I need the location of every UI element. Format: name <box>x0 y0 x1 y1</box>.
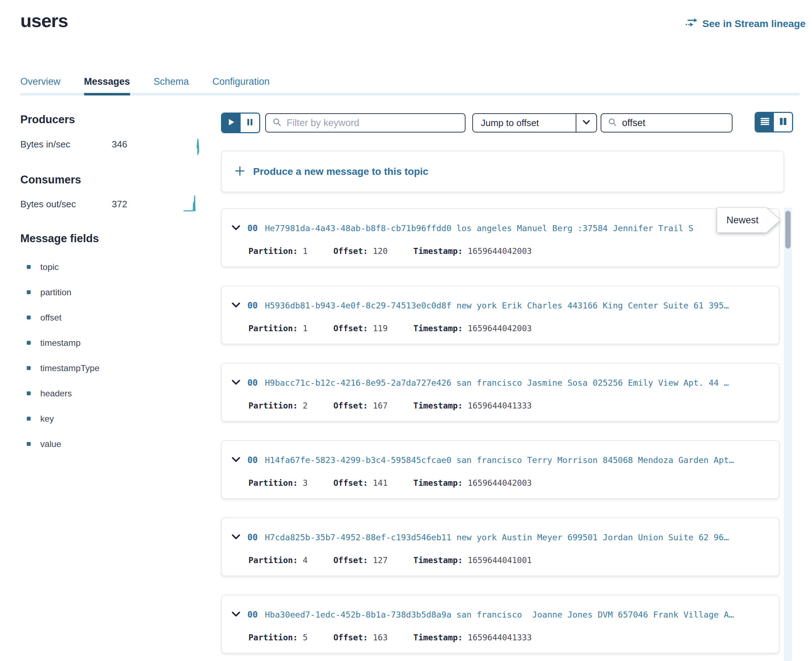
expand-chevron-icon[interactable] <box>232 534 240 541</box>
offset-value: 119 <box>373 324 388 333</box>
field-label: offset <box>40 313 61 323</box>
partition-value: 2 <box>303 401 308 410</box>
timestamp-label: Timestamp: <box>413 246 463 256</box>
play-icon <box>228 118 235 128</box>
message-fields-heading: Message fields <box>20 232 99 245</box>
filter-keyword-input[interactable] <box>287 118 458 129</box>
field-label: topic <box>40 262 59 272</box>
expand-chevron-icon[interactable] <box>232 225 240 232</box>
field-item-partition: partition <box>27 288 99 297</box>
jump-to-offset-select[interactable]: Jump to offset <box>472 113 597 133</box>
bullet-icon <box>27 316 30 319</box>
message-preview: H14fa67fe-5823-4299-b3c4-595845cfcae0 sa… <box>265 455 734 465</box>
message-preview: H7cda825b-35b7-4952-88ef-c193d546eb11 ne… <box>265 532 729 543</box>
message-list: 00 He77981da-4a43-48ab-b8f8-cb71b96ffdd0… <box>221 208 780 661</box>
partition-value: 1 <box>303 324 308 333</box>
topic-messages-page: users See in Stream lineage Overview Mes… <box>0 0 812 661</box>
field-item-topic: topic <box>27 262 99 271</box>
offset-search-field <box>601 113 732 133</box>
message-row[interactable]: 00 H9bacc71c-b12c-4216-8e95-2a7da727e426… <box>221 363 780 422</box>
message-meta: Partition: 1 Offset: 120 Timestamp: 1659… <box>248 246 557 256</box>
offset-label: Offset: <box>333 246 368 256</box>
offset-pair: Offset: 120 <box>333 246 388 256</box>
expand-chevron-icon[interactable] <box>232 612 240 618</box>
timestamp-label: Timestamp: <box>413 401 463 410</box>
message-main-line: 00 H5936db81-b943-4e0f-8c29-74513e0c0d8f… <box>232 300 776 311</box>
partition-pair: Partition: 4 <box>248 556 308 565</box>
expand-chevron-icon[interactable] <box>232 457 240 464</box>
message-main-line: 00 Hba30eed7-1edc-452b-8b1a-738d3b5d8a9a… <box>232 610 776 620</box>
timestamp-value: 1659644041333 <box>468 401 532 410</box>
partition-value: 3 <box>303 478 308 487</box>
search-icon <box>608 118 617 128</box>
see-in-stream-lineage-link[interactable]: See in Stream lineage <box>685 17 806 30</box>
timestamp-pair: Timestamp: 1659644042003 <box>413 324 532 333</box>
partition-pair: Partition: 1 <box>248 324 308 333</box>
message-row[interactable]: 00 H7cda825b-35b7-4952-88ef-c193d546eb11… <box>221 517 780 576</box>
produce-message-button[interactable]: Produce a new message to this topic <box>221 151 784 192</box>
pause-button[interactable] <box>240 113 259 132</box>
tab-schema[interactable]: Schema <box>154 75 189 96</box>
partition-label: Partition: <box>248 556 298 565</box>
scrollbar-thumb[interactable] <box>785 211 791 249</box>
field-label: timestampType <box>40 363 99 373</box>
bullet-icon <box>27 417 30 421</box>
newest-tooltip: Newest <box>717 208 780 233</box>
filter-keyword-field <box>265 113 466 133</box>
partition-label: Partition: <box>248 324 298 333</box>
tab-overview[interactable]: Overview <box>20 75 61 96</box>
tab-messages[interactable]: Messages <box>84 75 130 96</box>
message-row[interactable]: 00 He77981da-4a43-48ab-b8f8-cb71b96ffdd0… <box>221 208 780 267</box>
bytes-out-sparkline <box>183 193 202 214</box>
key-zeros-icon: 00 <box>247 223 258 233</box>
key-zeros-icon: 00 <box>247 455 258 465</box>
key-zeros-icon: 00 <box>247 610 258 620</box>
expand-chevron-icon[interactable] <box>232 380 240 386</box>
partition-label: Partition: <box>248 478 298 487</box>
message-preview: He77981da-4a43-48ab-b8f8-cb71b96ffdd0 lo… <box>265 223 693 233</box>
scrollbar-track[interactable] <box>784 208 792 661</box>
message-meta: Partition: 5 Offset: 163 Timestamp: 1659… <box>248 633 557 642</box>
partition-label: Partition: <box>248 633 298 642</box>
bytes-in-value: 346 <box>112 139 127 150</box>
columns-view-button[interactable] <box>774 113 792 131</box>
jump-to-offset-value: Jump to offset <box>473 114 576 132</box>
tab-configuration[interactable]: Configuration <box>213 75 270 96</box>
bytes-out-label: Bytes out/sec <box>20 199 76 210</box>
bullet-icon <box>27 391 30 395</box>
field-label: timestamp <box>40 338 80 348</box>
message-main-line: 00 H9bacc71c-b12c-4216-8e95-2a7da727e426… <box>232 378 776 388</box>
see-in-stream-lineage-label: See in Stream lineage <box>703 18 806 30</box>
pause-icon <box>247 118 253 128</box>
message-preview: H5936db81-b943-4e0f-8c29-74513e0c0d8f ne… <box>265 300 729 311</box>
offset-pair: Offset: 127 <box>333 556 388 565</box>
timestamp-pair: Timestamp: 1659644041001 <box>413 556 532 565</box>
newest-tooltip-label: Newest <box>717 208 780 233</box>
message-meta: Partition: 3 Offset: 141 Timestamp: 1659… <box>248 478 557 487</box>
play-button[interactable] <box>222 113 240 132</box>
message-row[interactable]: 00 H14fa67fe-5823-4299-b3c4-595845cfcae0… <box>221 440 780 499</box>
offset-value: 141 <box>373 478 388 487</box>
list-view-button[interactable] <box>756 113 774 131</box>
bytes-out-value: 372 <box>112 199 127 210</box>
message-preview: H9bacc71c-b12c-4216-8e95-2a7da727e426 sa… <box>265 378 729 388</box>
select-chevron-button[interactable] <box>576 114 596 132</box>
offset-value: 127 <box>373 556 388 565</box>
field-item-offset: offset <box>27 313 99 322</box>
consumers-metric-row: Bytes out/sec 372 <box>20 199 127 210</box>
offset-value: 120 <box>373 246 388 256</box>
timestamp-pair: Timestamp: 1659644041333 <box>413 401 532 410</box>
partition-label: Partition: <box>248 246 298 256</box>
partition-pair: Partition: 2 <box>248 401 308 410</box>
offset-search-input[interactable] <box>622 118 725 129</box>
expand-chevron-icon[interactable] <box>232 302 240 309</box>
bullet-icon <box>27 290 30 294</box>
message-row[interactable]: 00 Hba30eed7-1edc-452b-8b1a-738d3b5d8a9a… <box>221 595 780 653</box>
offset-pair: Offset: 163 <box>333 633 388 642</box>
timestamp-pair: Timestamp: 1659644042003 <box>413 478 532 487</box>
producers-heading: Producers <box>20 113 75 126</box>
timestamp-label: Timestamp: <box>413 556 463 565</box>
timestamp-pair: Timestamp: 1659644041333 <box>413 633 532 642</box>
offset-label: Offset: <box>333 324 368 333</box>
message-row[interactable]: 00 H5936db81-b943-4e0f-8c29-74513e0c0d8f… <box>221 286 780 344</box>
